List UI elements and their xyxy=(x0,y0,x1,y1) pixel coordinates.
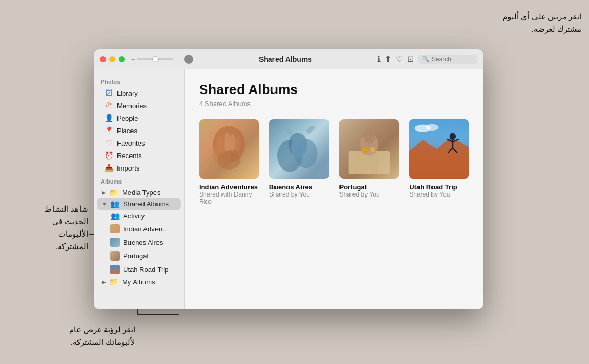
svg-point-26 xyxy=(426,124,439,131)
album-shared-buenos-aires: Shared by You xyxy=(269,191,310,198)
sidebar-item-people[interactable]: 👤 People xyxy=(97,112,181,124)
photos-section-label: Photos xyxy=(94,74,184,87)
sidebar-item-portugal[interactable]: Portugal xyxy=(103,249,181,263)
sidebar-item-shared-albums[interactable]: ▼ 👥 Shared Albums xyxy=(97,198,181,210)
album-name-buenos-aires: Buenos Aires xyxy=(269,183,312,191)
callout-top-line xyxy=(512,35,512,125)
toolbar-right: ℹ ⬆ ♡ ⊡ 🔍 xyxy=(377,54,477,64)
svg-point-19 xyxy=(450,133,456,140)
sidebar-item-label-indian-adv: Indian Adven... xyxy=(123,225,168,233)
callout-left: شاهد النشاط الحديث في الألبومات المشتركة… xyxy=(5,203,88,253)
album-shared-portugal: Shared by You xyxy=(339,191,380,198)
shared-albums-icon: 👥 xyxy=(110,200,119,208)
sidebar-item-places[interactable]: 📍 Places xyxy=(97,124,181,137)
album-shared-indian-adventures: Shared with Danny Rico xyxy=(199,191,259,205)
sidebar-item-buenos-aires[interactable]: Buenos Aires xyxy=(103,236,181,249)
zoom-minus[interactable]: − xyxy=(131,56,135,63)
search-input[interactable] xyxy=(431,56,473,63)
sidebar-item-label-shared-albums: Shared Albums xyxy=(123,200,169,208)
svg-point-10 xyxy=(291,137,307,157)
sidebar-item-label-portugal: Portugal xyxy=(123,252,148,260)
album-item-portugal[interactable]: Portugal Shared by You xyxy=(339,119,399,205)
zoom-plus[interactable]: + xyxy=(175,56,179,63)
callout-bottom: انقر لرؤية عرض عام لألبوماتك المشتركة. xyxy=(31,323,135,348)
album-thumb-buenos-aires xyxy=(269,119,329,179)
search-box[interactable]: 🔍 xyxy=(418,55,477,64)
sidebar-item-my-albums[interactable]: ▶ 📁 My Albums xyxy=(97,276,181,288)
utah-thumb-icon xyxy=(110,265,120,274)
recents-icon: ⏰ xyxy=(104,151,113,160)
album-name-utah-road-trip: Utah Road Trip xyxy=(409,183,457,191)
media-types-icon: 📁 xyxy=(109,188,118,197)
sidebar-item-label-buenos-aires: Buenos Aires xyxy=(123,239,163,246)
buenos-aires-thumb-icon xyxy=(110,238,120,247)
sidebar-item-favorites[interactable]: ♡ Favorites xyxy=(97,137,181,149)
zoom-slider[interactable]: − + xyxy=(131,56,179,63)
toolbar-center: Shared Albums xyxy=(193,55,377,63)
page-subtitle: 4 Shared Albums xyxy=(199,100,469,108)
albums-section-label: Albums xyxy=(94,174,184,187)
svg-point-6 xyxy=(217,151,240,170)
sidebar-item-memories[interactable]: ⏱ Memories xyxy=(97,99,181,112)
play-button[interactable] xyxy=(184,55,193,64)
album-photo-baires xyxy=(269,119,329,179)
album-item-buenos-aires[interactable]: Buenos Aires Shared by You xyxy=(269,119,329,205)
album-name-indian-adventures: Indian Adventures xyxy=(199,183,258,191)
sidebar-item-imports[interactable]: 📥 Imports xyxy=(97,162,181,174)
album-photo-utah xyxy=(409,119,469,179)
sidebar-item-label-imports: Imports xyxy=(117,164,139,172)
svg-rect-5 xyxy=(235,137,240,151)
sidebar-item-label-my-albums: My Albums xyxy=(122,278,155,286)
sidebar-item-indian-adv[interactable]: Indian Adven... xyxy=(103,222,181,236)
crop-icon[interactable]: ⊡ xyxy=(407,54,414,64)
album-photo-indian xyxy=(199,119,259,179)
svg-point-15 xyxy=(363,129,375,143)
slider-track[interactable] xyxy=(137,58,173,60)
search-icon: 🔍 xyxy=(422,56,429,62)
callout-bottom-line2 xyxy=(137,314,179,315)
chevron-right-icon-myalbums: ▶ xyxy=(102,279,106,285)
maximize-button[interactable] xyxy=(119,56,125,62)
album-shared-utah-road-trip: Shared by You xyxy=(409,191,450,198)
svg-point-16 xyxy=(361,147,368,154)
minimize-button[interactable] xyxy=(109,56,115,62)
heart-icon[interactable]: ♡ xyxy=(396,54,403,64)
chevron-right-icon: ▶ xyxy=(102,190,106,196)
slider-thumb[interactable] xyxy=(152,56,159,62)
svg-rect-4 xyxy=(230,134,235,151)
album-thumb-portugal xyxy=(339,119,399,179)
share-icon[interactable]: ⬆ xyxy=(385,54,391,64)
traffic-lights xyxy=(100,56,125,62)
desktop: انقر مرتين على أي ألبوم مشترك لعرضه. شاه… xyxy=(0,0,589,364)
memories-icon: ⏱ xyxy=(104,101,113,110)
sidebar-item-activity[interactable]: 👥 Activity xyxy=(103,210,181,222)
sidebar-item-media-types[interactable]: ▶ 📁 Media Types xyxy=(97,187,181,198)
album-thumb-indian-adventures xyxy=(199,119,259,179)
sidebar-item-utah-road-trip[interactable]: Utah Road Trip xyxy=(103,263,181,276)
sidebar-item-recents[interactable]: ⏰ Recents xyxy=(97,149,181,162)
indian-adv-thumb-icon xyxy=(110,224,120,233)
activity-icon: 👥 xyxy=(110,212,120,220)
sidebar-item-label-activity: Activity xyxy=(123,212,145,220)
album-photo-portugal xyxy=(339,119,399,179)
sidebar-item-label-utah-road-trip: Utah Road Trip xyxy=(123,266,168,274)
close-button[interactable] xyxy=(100,56,106,62)
sidebar-item-label-memories: Memories xyxy=(117,102,147,110)
toolbar-title: Shared Albums xyxy=(259,55,312,63)
titlebar: − + Shared Albums ℹ ⬆ ♡ ⊡ 🔍 xyxy=(94,49,483,69)
album-item-utah-road-trip[interactable]: Utah Road Trip Shared by You xyxy=(409,119,469,205)
sidebar-item-label-favorites: Favorites xyxy=(117,139,145,147)
my-albums-icon: 📁 xyxy=(109,278,118,286)
album-item-indian-adventures[interactable]: Indian Adventures Shared with Danny Rico xyxy=(199,119,259,205)
svg-point-17 xyxy=(370,147,375,152)
sidebar: Photos 🖼 Library ⏱ Memories 👤 People 📍 P… xyxy=(94,69,185,309)
albums-grid: Indian Adventures Shared with Danny Rico xyxy=(199,119,469,205)
info-icon[interactable]: ℹ xyxy=(377,54,381,64)
people-icon: 👤 xyxy=(104,114,113,122)
svg-rect-12 xyxy=(351,151,360,174)
sidebar-item-label-media-types: Media Types xyxy=(122,189,160,197)
sidebar-item-library[interactable]: 🖼 Library xyxy=(97,87,181,99)
sidebar-item-label-places: Places xyxy=(117,127,137,135)
main-content: Shared Albums 4 Shared Albums xyxy=(185,69,483,309)
album-name-portugal: Portugal xyxy=(339,183,367,191)
